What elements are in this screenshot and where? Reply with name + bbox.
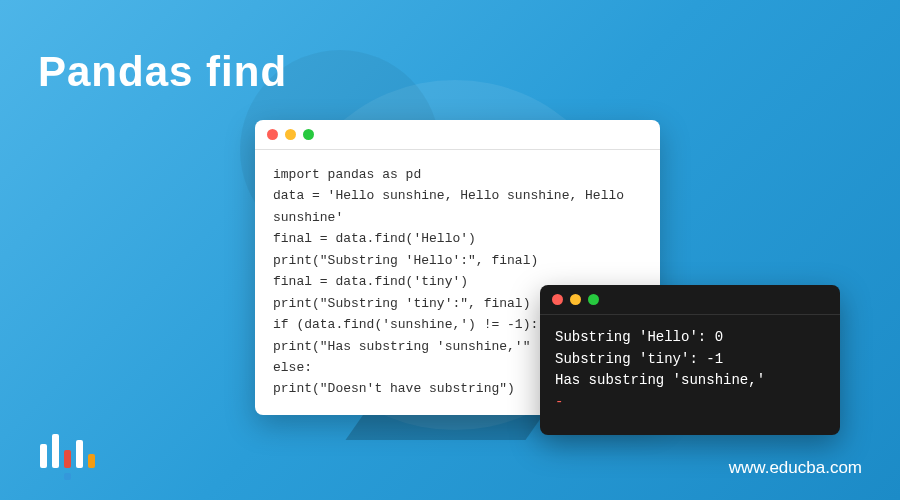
terminal-window: Substring 'Hello': 0 Substring 'tiny': -… (540, 285, 840, 435)
logo-bar (40, 444, 47, 468)
logo-bar (52, 434, 59, 468)
code-line: final = data.find('Hello') (273, 228, 642, 249)
logo-bar (64, 450, 71, 468)
close-icon (267, 129, 278, 140)
terminal-line: Substring 'Hello': 0 (555, 327, 825, 349)
page-title: Pandas find (38, 48, 287, 96)
terminal-line: Has substring 'sunshine,' (555, 370, 825, 392)
educba-logo-icon (40, 428, 95, 468)
terminal-content: Substring 'Hello': 0 Substring 'tiny': -… (540, 315, 840, 426)
minimize-icon (570, 294, 581, 305)
terminal-window-header (540, 285, 840, 315)
maximize-icon (588, 294, 599, 305)
logo-bar (88, 454, 95, 468)
close-icon (552, 294, 563, 305)
terminal-line: Substring 'tiny': -1 (555, 349, 825, 371)
code-line: import pandas as pd (273, 164, 642, 185)
minimize-icon (285, 129, 296, 140)
code-line: print("Substring 'Hello':", final) (273, 250, 642, 271)
website-url: www.educba.com (729, 458, 862, 478)
maximize-icon (303, 129, 314, 140)
code-line: data = 'Hello sunshine, Hello sunshine, … (273, 185, 642, 228)
code-window-header (255, 120, 660, 150)
terminal-cursor: - (555, 392, 825, 414)
logo-bar (76, 440, 83, 468)
